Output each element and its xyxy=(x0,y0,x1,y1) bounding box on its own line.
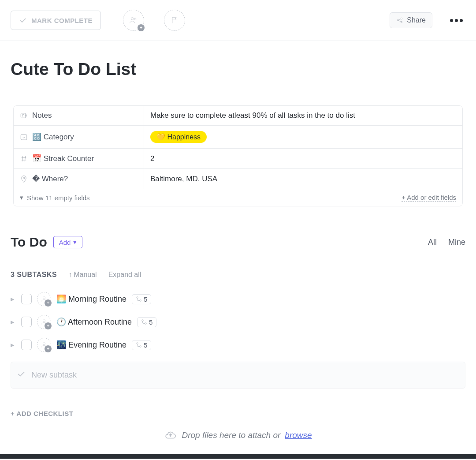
toolbar: MARK COMPLETE + Share xyxy=(0,0,476,41)
svg-point-12 xyxy=(142,320,144,322)
expand-arrow-icon[interactable]: ▶ xyxy=(11,342,16,348)
svg-point-15 xyxy=(137,343,138,344)
subtask-title[interactable]: 🌃 Evening Routine xyxy=(56,340,126,350)
add-checklist-button[interactable]: + ADD CHECKLIST xyxy=(11,410,465,417)
browse-link[interactable]: browse xyxy=(285,430,312,440)
expand-arrow-icon[interactable]: ▶ xyxy=(11,319,16,325)
sort-label: Manual xyxy=(74,271,97,279)
svg-point-11 xyxy=(43,320,45,322)
mark-complete-button[interactable]: MARK COMPLETE xyxy=(11,11,101,30)
plus-icon: + xyxy=(138,24,145,31)
new-subtask-input[interactable] xyxy=(31,370,459,380)
plus-icon: + xyxy=(45,345,52,352)
text-icon xyxy=(20,112,28,120)
field-label: 🔠 Category xyxy=(14,126,144,148)
check-icon xyxy=(17,370,25,380)
category-tag[interactable]: 💛 Happiness xyxy=(150,131,207,143)
dropzone-text: Drop files here to attach or xyxy=(182,430,280,440)
count-value: 5 xyxy=(144,295,147,303)
assign-user-button[interactable]: + xyxy=(123,10,144,31)
svg-point-9 xyxy=(137,297,138,299)
field-label: Notes xyxy=(14,106,144,125)
svg-point-16 xyxy=(140,346,141,348)
svg-point-13 xyxy=(145,323,147,325)
subtask-checkbox[interactable] xyxy=(21,340,32,350)
svg-point-2 xyxy=(398,19,399,21)
todo-section-header: To Do Add ▾ All Mine xyxy=(11,235,465,250)
assignee-button[interactable]: + xyxy=(37,315,51,329)
subtask-row: ▶ + 🌅 Morning Routine 5 xyxy=(11,288,465,310)
filter-mine[interactable]: Mine xyxy=(448,238,465,247)
sort-button[interactable]: ↑ Manual xyxy=(68,271,97,279)
bottom-bar xyxy=(0,454,476,459)
custom-fields-table: Notes Make sure to complete atleast 90% … xyxy=(13,105,463,206)
field-row-notes: Notes Make sure to complete atleast 90% … xyxy=(14,106,462,126)
field-label: � Where? xyxy=(14,169,144,189)
add-subtask-button[interactable]: Add ▾ xyxy=(53,236,83,248)
expand-arrow-icon[interactable]: ▶ xyxy=(11,296,16,302)
priority-flag-button[interactable] xyxy=(164,10,185,31)
field-name: Notes xyxy=(32,111,52,120)
new-subtask-row[interactable] xyxy=(11,362,465,389)
people-icon xyxy=(129,15,138,25)
plus-icon: + xyxy=(45,299,52,307)
share-icon xyxy=(396,17,403,24)
plus-icon: + xyxy=(45,322,52,329)
toolbar-divider xyxy=(154,14,154,26)
field-value-notes[interactable]: Make sure to complete atleast 90% of all… xyxy=(144,106,462,125)
show-empty-fields-button[interactable]: ▾ Show 11 empty fields xyxy=(20,194,90,202)
subtask-checkbox[interactable] xyxy=(21,294,32,304)
svg-rect-5 xyxy=(21,113,26,118)
subtask-row: ▶ + 🌃 Evening Routine 5 xyxy=(11,333,465,356)
more-menu-button[interactable] xyxy=(447,16,465,25)
subtask-count-badge[interactable]: 5 xyxy=(132,340,151,350)
flag-icon xyxy=(171,16,178,24)
dropdown-icon xyxy=(20,133,28,141)
subtask-checkbox[interactable] xyxy=(21,317,32,327)
show-empty-label: Show 11 empty fields xyxy=(27,194,90,202)
check-icon xyxy=(19,16,27,24)
page-title[interactable]: Cute To Do List xyxy=(11,60,465,79)
subtask-icon xyxy=(136,342,142,348)
field-row-category: 🔠 Category 💛 Happiness xyxy=(14,126,462,149)
share-button[interactable]: Share xyxy=(390,12,432,28)
add-edit-fields-button[interactable]: + Add or edit fields xyxy=(402,194,456,202)
subtask-row: ▶ + 🕐 Afternoon Routine 5 xyxy=(11,310,465,333)
assignee-button[interactable]: + xyxy=(37,338,51,352)
add-label: Add xyxy=(59,239,71,246)
field-name: 📅 Streak Counter xyxy=(32,154,94,163)
svg-point-8 xyxy=(43,297,45,299)
subtask-count-label: 3 SUBTASKS xyxy=(11,271,57,279)
fields-footer: ▾ Show 11 empty fields + Add or edit fie… xyxy=(14,189,462,206)
svg-point-14 xyxy=(43,343,45,345)
subtask-list: ▶ + 🌅 Morning Routine 5 ▶ + 🕐 Afternoon … xyxy=(11,288,465,356)
subtask-count-badge[interactable]: 5 xyxy=(132,294,151,304)
field-value-streak[interactable]: 2 xyxy=(144,149,462,168)
cloud-upload-icon xyxy=(164,430,177,441)
filter-tabs: All Mine xyxy=(428,238,465,247)
count-value: 5 xyxy=(149,318,152,326)
filter-all[interactable]: All xyxy=(428,238,437,247)
svg-point-7 xyxy=(23,177,25,179)
assignee-button[interactable]: + xyxy=(37,292,51,306)
svg-point-10 xyxy=(140,300,141,302)
chevron-down-icon: ▾ xyxy=(20,194,23,202)
subtask-title[interactable]: 🕐 Afternoon Routine xyxy=(56,317,132,327)
svg-point-1 xyxy=(134,18,136,20)
subtask-icon xyxy=(141,319,147,325)
arrow-up-icon: ↑ xyxy=(68,271,72,279)
field-name: 🔠 Category xyxy=(32,132,74,142)
subtask-count-badge[interactable]: 5 xyxy=(137,317,156,327)
count-value: 5 xyxy=(144,341,147,349)
svg-rect-6 xyxy=(21,135,27,140)
subtask-title[interactable]: 🌅 Morning Routine xyxy=(56,294,126,304)
field-value-category[interactable]: 💛 Happiness xyxy=(144,126,462,148)
expand-all-button[interactable]: Expand all xyxy=(108,271,141,279)
field-value-where[interactable]: Baltimore, MD, USA xyxy=(144,169,462,189)
mark-complete-label: MARK COMPLETE xyxy=(31,17,93,24)
subtask-controls: 3 SUBTASKS ↑ Manual Expand all xyxy=(11,271,465,279)
file-dropzone[interactable]: Drop files here to attach or browse xyxy=(0,417,476,449)
chevron-down-icon: ▾ xyxy=(73,238,77,246)
field-row-where: � Where? Baltimore, MD, USA xyxy=(14,169,462,189)
field-label: 📅 Streak Counter xyxy=(14,149,144,168)
